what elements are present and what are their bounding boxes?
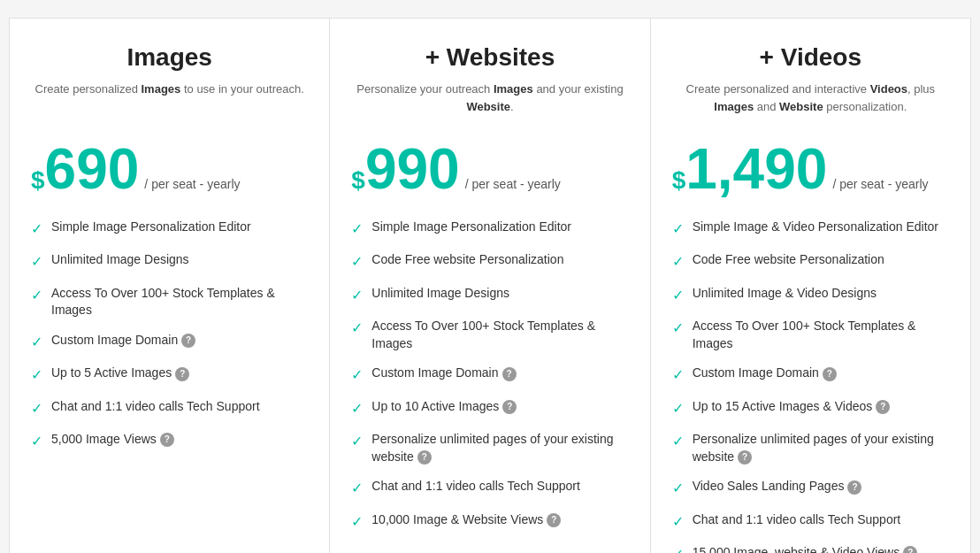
list-item: ✓Up to 5 Active Images? — [31, 365, 308, 385]
features-list-images: ✓Simple Image Personalization Editor✓Unl… — [31, 219, 308, 452]
feature-label: Code Free website Personalization — [693, 251, 949, 269]
help-icon[interactable]: ? — [417, 450, 432, 465]
feature-label: Up to 5 Active Images? — [51, 365, 308, 382]
list-item: ✓Personalize unlimited pages of your exi… — [672, 431, 949, 465]
list-item: ✓15,000 Image, website & Video Views? — [672, 544, 949, 553]
help-icon[interactable]: ? — [876, 400, 890, 414]
feature-label: Personalize unlimited pages of your exis… — [693, 431, 949, 465]
checkmark-icon: ✓ — [351, 479, 363, 498]
checkmark-icon: ✓ — [351, 252, 363, 272]
list-item: ✓Personalize unlimited pages of your exi… — [351, 431, 628, 465]
list-item: ✓Access To Over 100+ Stock Templates & I… — [672, 318, 949, 352]
list-item: ✓Custom Image Domain? — [672, 365, 949, 385]
feature-label: Unlimited Image Designs — [51, 251, 308, 269]
list-item: ✓Access To Over 100+ Stock Templates & I… — [351, 318, 628, 352]
plan-title-images: Images — [31, 43, 308, 72]
plan-title-websites: + Websites — [351, 43, 628, 72]
feature-label: Chat and 1:1 video calls Tech Support — [371, 478, 628, 495]
help-icon[interactable]: ? — [502, 367, 517, 381]
checkmark-icon: ✓ — [31, 286, 42, 305]
features-list-websites: ✓Simple Image Personalization Editor✓Cod… — [351, 219, 628, 532]
feature-label: Up to 15 Active Images & Videos? — [693, 398, 949, 416]
list-item: ✓Code Free website Personalization — [351, 251, 628, 272]
feature-label: Personalize unlimited pages of your exis… — [371, 431, 628, 465]
list-item: ✓Up to 15 Active Images & Videos? — [672, 398, 949, 419]
help-icon[interactable]: ? — [823, 367, 837, 381]
price-period-websites: / per seat - yearly — [465, 177, 561, 192]
checkmark-icon: ✓ — [351, 432, 363, 451]
list-item: ✓Unlimited Image & Video Designs — [672, 285, 949, 305]
help-icon[interactable]: ? — [502, 400, 517, 414]
help-icon[interactable]: ? — [160, 433, 174, 447]
checkmark-icon: ✓ — [672, 219, 684, 239]
checkmark-icon: ✓ — [672, 399, 684, 419]
list-item: ✓Access To Over 100+ Stock Templates & I… — [31, 285, 308, 319]
feature-label: Video Sales Landing Pages? — [693, 478, 949, 495]
help-icon[interactable]: ? — [738, 450, 752, 465]
feature-label: Unlimited Image Designs — [371, 285, 628, 303]
price-amount-websites: 990 — [365, 141, 460, 197]
feature-label: Chat and 1:1 video calls Tech Support — [51, 398, 308, 416]
checkmark-icon: ✓ — [351, 319, 363, 338]
checkmark-icon: ✓ — [31, 432, 42, 451]
list-item: ✓Chat and 1:1 video calls Tech Support — [351, 478, 628, 498]
checkmark-icon: ✓ — [31, 399, 42, 419]
price-period-images: / per seat - yearly — [144, 177, 240, 192]
list-item: ✓Unlimited Image Designs — [351, 285, 628, 305]
plan-title-videos: + Videos — [672, 43, 949, 72]
feature-label: Access To Over 100+ Stock Templates & Im… — [51, 285, 308, 319]
help-icon[interactable]: ? — [181, 334, 195, 348]
plan-subtitle-images: Create personalized Images to use in you… — [31, 81, 308, 123]
feature-label: Simple Image Personalization Editor — [51, 219, 308, 236]
feature-label: Custom Image Domain? — [693, 365, 949, 382]
feature-label: Up to 10 Active Images? — [371, 398, 628, 416]
plan-card-images: ImagesCreate personalized Images to use … — [9, 18, 329, 553]
list-item: ✓10,000 Image & Website Views? — [351, 511, 628, 532]
help-icon[interactable]: ? — [175, 367, 189, 381]
feature-label: Access To Over 100+ Stock Templates & Im… — [693, 318, 949, 352]
list-item: ✓Chat and 1:1 video calls Tech Support — [672, 511, 949, 532]
checkmark-icon: ✓ — [351, 219, 363, 239]
checkmark-icon: ✓ — [31, 333, 42, 352]
list-item: ✓Up to 10 Active Images? — [351, 398, 628, 419]
help-icon[interactable]: ? — [903, 546, 917, 553]
feature-label: Access To Over 100+ Stock Templates & Im… — [371, 318, 628, 352]
list-item: ✓Custom Image Domain? — [31, 332, 308, 352]
price-amount-videos: 1,490 — [685, 141, 827, 197]
list-item: ✓Custom Image Domain? — [351, 365, 628, 385]
checkmark-icon: ✓ — [672, 545, 684, 553]
list-item: ✓Video Sales Landing Pages? — [672, 478, 949, 498]
feature-label: Custom Image Domain? — [51, 332, 308, 349]
checkmark-icon: ✓ — [351, 399, 363, 419]
plan-subtitle-videos: Create personalized and interactive Vide… — [672, 81, 949, 123]
plan-subtitle-websites: Personalize your outreach Images and you… — [351, 81, 628, 123]
checkmark-icon: ✓ — [351, 365, 363, 385]
feature-label: Simple Image & Video Personalization Edi… — [693, 219, 949, 236]
pricing-container: ImagesCreate personalized Images to use … — [9, 18, 971, 553]
feature-label: Chat and 1:1 video calls Tech Support — [693, 511, 949, 529]
checkmark-icon: ✓ — [672, 286, 684, 305]
list-item: ✓Chat and 1:1 video calls Tech Support — [31, 398, 308, 419]
feature-label: Custom Image Domain? — [371, 365, 628, 382]
checkmark-icon: ✓ — [31, 365, 42, 385]
checkmark-icon: ✓ — [672, 319, 684, 338]
price-row-images: $690/ per seat - yearly — [31, 141, 308, 197]
list-item: ✓Simple Image & Video Personalization Ed… — [672, 219, 949, 239]
list-item: ✓Simple Image Personalization Editor — [351, 219, 628, 239]
feature-label: Unlimited Image & Video Designs — [693, 285, 949, 303]
feature-label: 15,000 Image, website & Video Views? — [693, 544, 949, 553]
checkmark-icon: ✓ — [351, 512, 363, 532]
price-row-websites: $990/ per seat - yearly — [351, 141, 628, 197]
checkmark-icon: ✓ — [31, 252, 42, 272]
help-icon[interactable]: ? — [847, 480, 861, 495]
price-row-videos: $1,490/ per seat - yearly — [672, 141, 949, 197]
list-item: ✓Unlimited Image Designs — [31, 251, 308, 272]
checkmark-icon: ✓ — [672, 479, 684, 498]
price-dollar-images: $ — [31, 168, 45, 193]
help-icon[interactable]: ? — [547, 513, 561, 527]
plan-card-videos: + VideosCreate personalized and interact… — [650, 18, 971, 553]
feature-label: Simple Image Personalization Editor — [371, 219, 628, 236]
features-list-videos: ✓Simple Image & Video Personalization Ed… — [672, 219, 949, 553]
price-amount-images: 690 — [45, 141, 140, 197]
checkmark-icon: ✓ — [31, 219, 42, 239]
